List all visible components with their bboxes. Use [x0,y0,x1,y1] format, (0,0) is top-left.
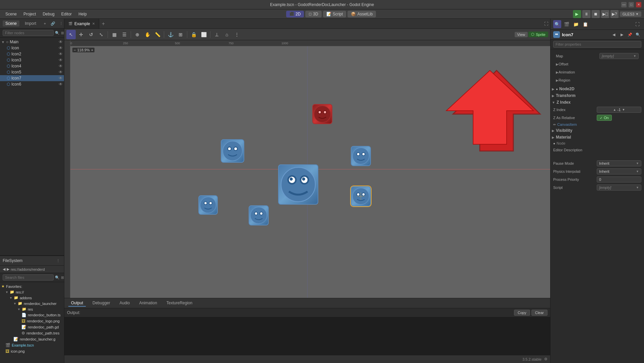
group-select-button[interactable]: ▦ [110,30,119,39]
assetlib-button[interactable]: 📦 AssetLib [347,11,376,17]
sprite-button[interactable]: ⬡ Sprite [528,32,548,37]
clear-button[interactable]: Clear [531,310,548,316]
forward-icon[interactable]: ▶ [7,267,9,271]
scale-tool-button[interactable]: ⤡ [96,30,106,39]
visibility-icon-2[interactable]: 👁 [59,52,63,56]
sprite-icon7[interactable] [351,186,371,206]
pivot-tool-button[interactable]: ⊕ [133,30,142,39]
visibility-icon-5[interactable]: 👁 [59,70,63,74]
output-tab-audio[interactable]: Audio [117,300,133,307]
prop-value-physics-interp[interactable]: Inherit ▼ [597,168,641,174]
sprite-icon4[interactable] [278,164,318,205]
num-arrow-down[interactable]: ▼ [622,108,625,111]
scene-filter-input[interactable] [3,30,54,36]
inspector-expand-button[interactable]: ⛶ [633,20,641,28]
tree-item-icon6[interactable]: ⬡ Icon6 👁 [0,81,64,87]
fs-item-addons[interactable]: ▼ 📁 addons [0,295,64,301]
fs-item-renderdoc-path-gd[interactable]: 📝 renderdoc_path.gd [0,324,64,330]
visibility-icon-1[interactable]: 👁 [59,46,63,50]
section-header-transform[interactable]: ▶ Transform [551,92,644,99]
visibility-icon-main[interactable]: 👁 [59,40,63,44]
inspector-tab-inspector[interactable]: 🔍 [553,20,561,28]
grid-tool-button[interactable]: ⊞ [176,30,185,39]
visibility-icon-4[interactable]: 👁 [59,64,63,68]
select-tool-button[interactable]: ↖ [66,30,76,39]
prop-value-zindex[interactable]: ▲ -1 ▼ [597,107,641,113]
inspector-history-forward[interactable]: ▶ [619,31,625,38]
view-button[interactable]: View [515,32,528,37]
group-tool-button[interactable]: ⬜ [199,30,208,39]
tree-item-main[interactable]: ▼ ○ Main 👁 [0,39,64,45]
tab-close-icon[interactable]: ✕ [92,22,95,25]
prop-value-pause-mode[interactable]: Inherit ▼ [597,160,641,166]
scene-tab-example[interactable]: 🎬 Example ✕ [64,19,99,29]
scene-options-button[interactable]: ⋮ [58,20,64,27]
sprite-icon6[interactable] [351,146,371,166]
prop-value-map[interactable]: [empty] ▼ [599,53,639,59]
inspector-history-back[interactable]: ◀ [610,31,617,38]
inspector-pin-button[interactable]: 📌 [627,31,633,38]
pan-tool-button[interactable]: ✋ [143,30,152,39]
add-tab-button[interactable]: + [99,21,108,27]
canvas-item-link[interactable]: CanvasItem [557,122,577,126]
menu-debug[interactable]: Debug [40,11,57,17]
bone-tool-button[interactable]: ⌂ [222,30,232,39]
sprite-icon5[interactable] [249,205,269,225]
more-tools-button[interactable]: ⋮ [232,30,242,39]
close-button[interactable]: ✕ [636,2,641,7]
section-header-node2d[interactable]: ▶ ● Node2D [551,86,644,92]
tree-item-icon4[interactable]: ⬡ Icon4 👁 [0,63,64,69]
fs-item-icon-png[interactable]: 🖼 icon.png [0,348,64,354]
sprite-icon3[interactable] [198,195,218,215]
section-header-material[interactable]: ▶ Material [551,134,644,141]
visibility-icon-3[interactable]: 👁 [59,58,63,62]
copy-button[interactable]: Copy [514,310,530,316]
tree-item-icon3[interactable]: ⬡ Icon3 👁 [0,57,64,63]
ruler-tool-button[interactable]: 📏 [153,30,162,39]
section-header-zindex[interactable]: ▼ Z Index [551,99,644,106]
stop-button[interactable]: ⏹ [592,10,600,18]
plus-icon[interactable]: + [91,48,93,52]
filter-properties-input[interactable] [553,41,641,48]
tree-item-icon[interactable]: ⬡ Icon 👁 [0,45,64,51]
num-arrow-up[interactable]: ▲ [613,108,616,111]
inspector-tab-filesystem[interactable]: 📁 [572,20,580,28]
fs-item-example-tscn[interactable]: 🎬 Example.tscn [0,342,64,348]
output-tab-animation[interactable]: Animation [136,300,159,307]
minus-icon[interactable]: − [74,48,76,52]
output-tab-output[interactable]: Output [68,300,86,307]
section-header-visibility[interactable]: ▶ Visibility [551,127,644,134]
fullscreen-button[interactable]: ⛶ [542,20,550,28]
menu-help[interactable]: Help [76,11,89,17]
instantiate-button[interactable]: 🔗 [50,20,56,27]
inspector-search-button[interactable]: 🔍 [635,31,641,38]
output-tab-debugger[interactable]: Debugger [90,300,113,307]
play-custom-button[interactable]: ▶? [610,10,619,18]
snap-tool-button[interactable]: ⚓ [166,30,175,39]
mode-3d-button[interactable]: ◻ 3D [305,11,321,17]
back-icon[interactable]: ◀ [3,267,5,271]
tree-item-icon2[interactable]: ⬡ Icon2 👁 [0,51,64,57]
prop-value-script[interactable]: [empty] ▼ [597,185,641,191]
gles-badge[interactable]: GLES3 ▼ [620,11,641,17]
fs-search-input[interactable] [3,274,54,280]
menu-scene[interactable]: Scene [3,11,19,17]
fs-item-res-folder[interactable]: ▼ 📁 res [0,306,64,312]
add-node-button[interactable]: + [42,20,48,27]
fs-item-res[interactable]: ▼ 📁 res:// [0,289,64,295]
viewport[interactable]: 0 250 500 750 1000 − 118.9% + [64,40,550,298]
move-tool-button[interactable]: ✛ [76,30,86,39]
script-button[interactable]: 📝 Script [323,11,346,17]
fs-item-renderdoc-button-ts[interactable]: 📄 renderdoc_button.ts [0,312,64,318]
rotate-tool-button[interactable]: ↺ [86,30,96,39]
visibility-icon-7[interactable]: 👁 [59,76,63,81]
skeleton-tool-button[interactable]: ⊥ [212,30,221,39]
output-tab-textureregion[interactable]: TextureRegion [164,300,195,307]
maximize-button[interactable]: □ [629,2,634,7]
tree-item-icon5[interactable]: ⬡ Icon5 👁 [0,69,64,75]
fs-item-renderdoc-logo-png[interactable]: 🖼 renderdoc_logo.png [0,318,64,324]
fs-item-renderdoc-launcher-g[interactable]: 📝 renderdoc_launcher.g [0,336,64,342]
sprite-icon1[interactable] [221,139,244,163]
mode-2d-button[interactable]: ⬛ 2D [286,11,304,17]
fs-item-renderdoc-launcher[interactable]: ▼ 📁 renderdoc_launcher [0,301,64,306]
